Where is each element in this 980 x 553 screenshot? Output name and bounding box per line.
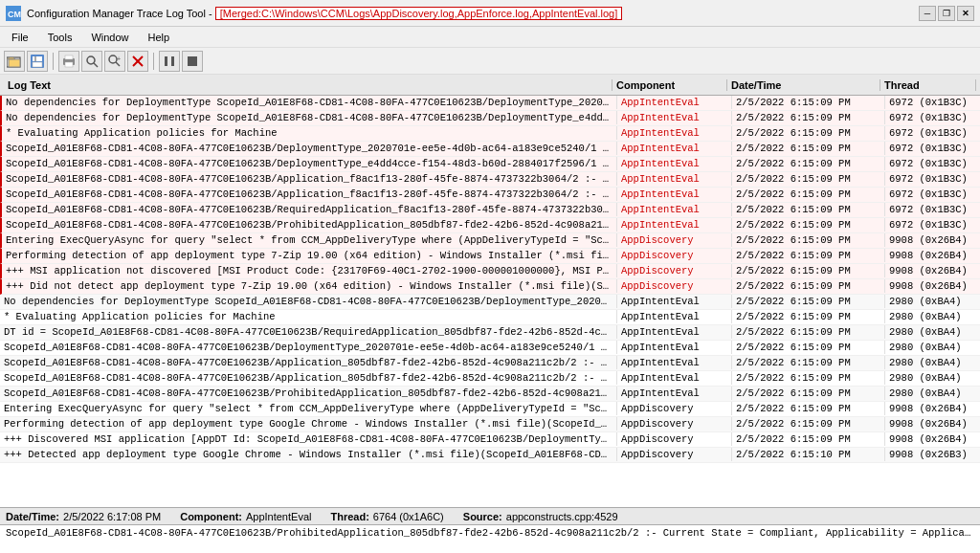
log-cell-component: AppIntentEval bbox=[616, 295, 731, 308]
table-row[interactable]: ScopeId_A01E8F68-CD81-4C08-80FA-477C0E10… bbox=[0, 371, 980, 387]
log-cell-datetime: 2/5/2022 6:15:09 PM bbox=[731, 157, 884, 170]
search-button[interactable] bbox=[81, 51, 102, 72]
table-row[interactable]: ScopeId_A01E8F68-CD81-4C08-80FA-477C0E10… bbox=[0, 356, 980, 371]
log-cell-datetime: 2/5/2022 6:15:09 PM bbox=[731, 111, 884, 124]
menu-file[interactable]: File bbox=[8, 31, 33, 44]
log-cell-component: AppIntentEval bbox=[616, 325, 731, 339]
log-cell-text: +++ Detected app deployment type Google … bbox=[0, 448, 616, 461]
log-cell-component: AppDiscovery bbox=[616, 249, 731, 262]
svg-line-12 bbox=[94, 63, 98, 67]
clear-button[interactable] bbox=[127, 51, 148, 72]
open-button[interactable] bbox=[4, 51, 25, 72]
log-cell-text: Entering ExecQueryAsync for query "selec… bbox=[2, 233, 616, 247]
log-cell-datetime: 2/5/2022 6:15:09 PM bbox=[731, 402, 884, 415]
table-row[interactable]: ScopeId_A01E8F68-CD81-4C08-80FA-477C0E10… bbox=[0, 387, 980, 402]
log-cell-datetime: 2/5/2022 6:15:09 PM bbox=[731, 341, 884, 354]
save-button[interactable] bbox=[27, 51, 48, 72]
table-row[interactable]: +++ MSI application not discovered [MSI … bbox=[0, 264, 980, 279]
table-row[interactable]: +++ Did not detect app deployment type 7… bbox=[0, 279, 980, 295]
table-row[interactable]: +++ Detected app deployment type Google … bbox=[0, 448, 980, 463]
app-title: Configuration Manager Trace Log Tool bbox=[27, 8, 206, 19]
log-cell-component: AppDiscovery bbox=[616, 402, 731, 415]
table-row[interactable]: ScopeId_A01E8F68-CD81-4C08-80FA-477C0E10… bbox=[0, 157, 980, 172]
table-row[interactable]: No dependencies for DeploymentType Scope… bbox=[0, 96, 980, 111]
log-cell-component: AppDiscovery bbox=[616, 279, 731, 293]
log-cell-datetime: 2/5/2022 6:15:09 PM bbox=[731, 417, 884, 431]
table-row[interactable]: Entering ExecQueryAsync for query "selec… bbox=[0, 402, 980, 417]
status-message: ScopeId_A01E8F68-CD81-4C08-80FA-477C0E10… bbox=[0, 524, 980, 553]
menu-window[interactable]: Window bbox=[87, 31, 132, 44]
table-row[interactable]: * Evaluating Application policies for Ma… bbox=[0, 310, 980, 325]
status-source-value: appconstructs.cpp:4529 bbox=[506, 511, 618, 522]
log-cell-datetime: 2/5/2022 6:15:09 PM bbox=[731, 249, 884, 262]
log-cell-datetime: 2/5/2022 6:15:09 PM bbox=[731, 172, 884, 186]
log-cell-datetime: 2/5/2022 6:15:09 PM bbox=[731, 264, 884, 277]
log-cell-text: * Evaluating Application policies for Ma… bbox=[0, 310, 616, 323]
log-cell-component: AppIntentEval bbox=[616, 371, 731, 385]
log-cell-text: ScopeId_A01E8F68-CD81-4C08-80FA-477C0E10… bbox=[2, 188, 616, 201]
search-next-button[interactable]: + bbox=[104, 51, 125, 72]
print-button[interactable] bbox=[58, 51, 79, 72]
minimize-button[interactable]: ─ bbox=[919, 6, 936, 21]
log-cell-component: AppIntentEval bbox=[616, 96, 731, 109]
log-cell-text: ScopeId_A01E8F68-CD81-4C08-80FA-477C0E10… bbox=[0, 341, 616, 354]
svg-rect-7 bbox=[33, 62, 42, 67]
log-cell-thread: 9908 (0x26B4) bbox=[884, 279, 980, 293]
table-row[interactable]: ScopeId_A01E8F68-CD81-4C08-80FA-477C0E10… bbox=[0, 142, 980, 157]
log-cell-datetime: 2/5/2022 6:15:09 PM bbox=[731, 387, 884, 400]
svg-rect-10 bbox=[65, 55, 73, 59]
log-cell-component: AppDiscovery bbox=[616, 233, 731, 247]
table-row[interactable]: ScopeId_A01E8F68-CD81-4C08-80FA-477C0E10… bbox=[0, 203, 980, 218]
log-cell-thread: 6972 (0x1B3C) bbox=[884, 142, 980, 155]
svg-rect-9 bbox=[65, 62, 73, 67]
table-row[interactable]: ScopeId_A01E8F68-CD81-4C08-80FA-477C0E10… bbox=[0, 218, 980, 233]
log-cell-datetime: 2/5/2022 6:15:09 PM bbox=[731, 295, 884, 308]
log-cell-datetime: 2/5/2022 6:15:10 PM bbox=[731, 448, 884, 461]
stop-button[interactable] bbox=[182, 51, 203, 72]
log-cell-thread: 2980 (0xBA4) bbox=[884, 295, 980, 308]
log-cell-thread: 6972 (0x1B3C) bbox=[884, 157, 980, 170]
table-row[interactable]: +++ Discovered MSI application [AppDT Id… bbox=[0, 432, 980, 448]
table-row[interactable]: ScopeId_A01E8F68-CD81-4C08-80FA-477C0E10… bbox=[0, 172, 980, 188]
menu-help[interactable]: Help bbox=[145, 31, 174, 44]
status-source: Source: appconstructs.cpp:4529 bbox=[463, 511, 618, 522]
menu-tools[interactable]: Tools bbox=[44, 31, 77, 44]
log-cell-text: ScopeId_A01E8F68-CD81-4C08-80FA-477C0E10… bbox=[0, 356, 616, 369]
log-cell-thread: 6972 (0x1B3C) bbox=[884, 203, 980, 216]
table-row[interactable]: Performing detection of app deployment t… bbox=[0, 249, 980, 264]
log-cell-text: +++ Did not detect app deployment type 7… bbox=[2, 279, 616, 293]
log-cell-thread: 2980 (0xBA4) bbox=[884, 371, 980, 385]
table-row[interactable]: No dependencies for DeploymentType Scope… bbox=[0, 111, 980, 126]
log-cell-thread: 6972 (0x1B3C) bbox=[884, 172, 980, 186]
log-cell-datetime: 2/5/2022 6:15:09 PM bbox=[731, 218, 884, 232]
table-row[interactable]: No dependencies for DeploymentType Scope… bbox=[0, 295, 980, 310]
table-row[interactable]: Performing detection of app deployment t… bbox=[0, 417, 980, 432]
table-row[interactable]: * Evaluating Application policies for Ma… bbox=[0, 126, 980, 142]
log-cell-text: No dependencies for DeploymentType Scope… bbox=[0, 295, 616, 308]
pause-button[interactable] bbox=[159, 51, 180, 72]
toolbar: + bbox=[0, 48, 980, 75]
table-row[interactable]: DT id = ScopeId_A01E8F68-CD81-4C08-80FA-… bbox=[0, 325, 980, 341]
status-datetime-value: 2/5/2022 6:17:08 PM bbox=[63, 511, 161, 522]
restore-button[interactable]: ❐ bbox=[938, 6, 955, 21]
svg-point-13 bbox=[109, 55, 117, 63]
toolbar-separator-2 bbox=[153, 53, 154, 70]
log-cell-thread: 2980 (0xBA4) bbox=[884, 325, 980, 339]
table-row[interactable]: ScopeId_A01E8F68-CD81-4C08-80FA-477C0E10… bbox=[0, 188, 980, 203]
close-button[interactable]: ✕ bbox=[957, 6, 974, 21]
table-row[interactable]: Entering ExecQueryAsync for query "selec… bbox=[0, 233, 980, 249]
svg-rect-18 bbox=[165, 56, 167, 66]
log-cell-datetime: 2/5/2022 6:15:09 PM bbox=[731, 126, 884, 140]
log-cell-component: AppDiscovery bbox=[616, 448, 731, 461]
svg-text:CM: CM bbox=[8, 10, 21, 19]
log-cell-component: AppIntentEval bbox=[616, 341, 731, 354]
log-cell-component: AppIntentEval bbox=[616, 111, 731, 124]
svg-rect-19 bbox=[171, 56, 174, 66]
log-body[interactable]: No dependencies for DeploymentType Scope… bbox=[0, 96, 980, 507]
log-cell-datetime: 2/5/2022 6:15:09 PM bbox=[731, 371, 884, 385]
log-cell-thread: 2980 (0xBA4) bbox=[884, 356, 980, 369]
log-cell-thread: 9908 (0x26B4) bbox=[884, 249, 980, 262]
log-cell-text: No dependencies for DeploymentType Scope… bbox=[2, 111, 616, 124]
log-cell-text: ScopeId_A01E8F68-CD81-4C08-80FA-477C0E10… bbox=[0, 371, 616, 385]
table-row[interactable]: ScopeId_A01E8F68-CD81-4C08-80FA-477C0E10… bbox=[0, 341, 980, 356]
